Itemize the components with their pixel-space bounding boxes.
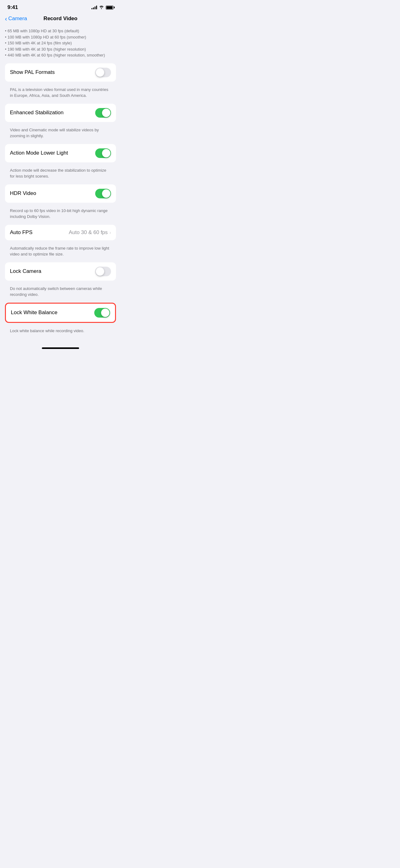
toggle-show-pal-formats[interactable] [95, 68, 111, 77]
toggle-thumb-lock-white-balance [101, 309, 109, 317]
home-indicator-bar [42, 347, 79, 349]
settings-row-auto-fps[interactable]: Auto FPSAuto 30 & 60 fps› [5, 225, 116, 240]
status-icons [92, 5, 113, 10]
back-button[interactable]: ‹ Camera [5, 16, 27, 22]
settings-row-show-pal-formats[interactable]: Show PAL Formats [5, 63, 116, 82]
toggle-thumb-action-mode-lower-light [102, 149, 110, 157]
description-enhanced-stabilization: Video and Cinematic mode will stabilize … [0, 124, 121, 144]
description-hdr-video: Record up to 60 fps video in 10-bit high… [0, 205, 121, 225]
description-lock-white-balance: Lock white balance while recording video… [0, 326, 121, 339]
settings-label-lock-white-balance: Lock White Balance [11, 310, 57, 316]
settings-label-hdr-video: HDR Video [10, 190, 36, 196]
storage-info-text: • 65 MB with 1080p HD at 30 fps (default… [0, 26, 121, 63]
back-label: Camera [8, 16, 27, 22]
settings-label-lock-camera: Lock Camera [10, 268, 41, 274]
settings-group-enhanced-stabilization: Enhanced Stabilization [5, 104, 116, 122]
settings-value-text-auto-fps: Auto 30 & 60 fps [69, 229, 108, 236]
settings-group-hdr-video: HDR Video [5, 184, 116, 203]
settings-row-enhanced-stabilization[interactable]: Enhanced Stabilization [5, 104, 116, 122]
toggle-enhanced-stabilization[interactable] [95, 108, 111, 118]
settings-group-lock-camera: Lock Camera [5, 262, 116, 281]
home-indicator [0, 345, 121, 354]
settings-value-auto-fps: Auto 30 & 60 fps› [69, 229, 111, 236]
toggle-thumb-enhanced-stabilization [102, 108, 110, 117]
settings-group-lock-white-balance: Lock White Balance [5, 303, 116, 323]
settings-group-action-mode-lower-light: Action Mode Lower Light [5, 144, 116, 162]
status-bar: 9:41 [0, 0, 121, 13]
description-show-pal-formats: PAL is a television video format used in… [0, 84, 121, 104]
settings-row-hdr-video[interactable]: HDR Video [5, 184, 116, 203]
settings-row-action-mode-lower-light[interactable]: Action Mode Lower Light [5, 144, 116, 162]
chevron-left-icon: ‹ [5, 16, 7, 22]
nav-bar: ‹ Camera Record Video [0, 13, 121, 26]
description-auto-fps: Automatically reduce the frame rate to i… [0, 243, 121, 262]
toggle-action-mode-lower-light[interactable] [95, 148, 111, 158]
settings-label-show-pal-formats: Show PAL Formats [10, 69, 55, 75]
description-lock-camera: Do not automatically switch between came… [0, 283, 121, 303]
toggle-hdr-video[interactable] [95, 189, 111, 198]
wifi-icon [99, 5, 104, 10]
toggle-thumb-show-pal-formats [96, 68, 104, 77]
battery-icon [106, 6, 113, 10]
toggle-lock-white-balance[interactable] [94, 308, 110, 318]
status-time: 9:41 [7, 4, 18, 10]
settings-row-lock-white-balance[interactable]: Lock White Balance [6, 304, 115, 322]
settings-label-action-mode-lower-light: Action Mode Lower Light [10, 150, 68, 156]
signal-icon [92, 6, 97, 9]
settings-label-enhanced-stabilization: Enhanced Stabilization [10, 110, 64, 116]
chevron-right-icon-auto-fps: › [109, 230, 111, 235]
toggle-thumb-hdr-video [102, 189, 110, 198]
settings-group-show-pal-formats: Show PAL Formats [5, 63, 116, 82]
settings-row-lock-camera[interactable]: Lock Camera [5, 262, 116, 281]
settings-group-auto-fps: Auto FPSAuto 30 & 60 fps› [5, 225, 116, 240]
toggle-thumb-lock-camera [96, 267, 104, 276]
toggle-lock-camera[interactable] [95, 267, 111, 276]
page-title: Record Video [43, 16, 77, 22]
description-action-mode-lower-light: Action mode will decrease the stabilizat… [0, 165, 121, 184]
settings-label-auto-fps: Auto FPS [10, 229, 33, 236]
